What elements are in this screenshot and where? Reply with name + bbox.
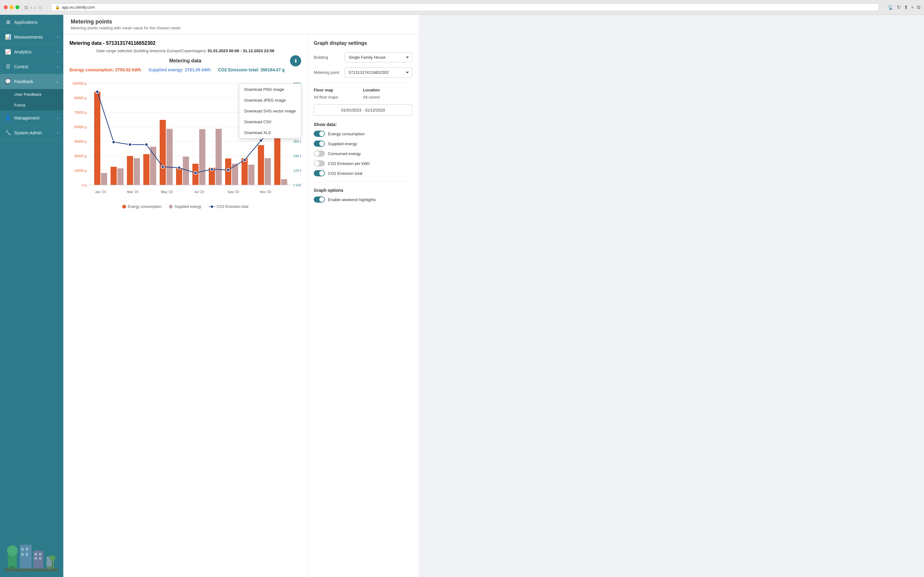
- address-bar[interactable]: 🔒 app.eu.climify.com: [51, 3, 879, 11]
- legend-co2-line: [209, 206, 215, 207]
- reload-btn[interactable]: ↻: [897, 4, 901, 10]
- sidebar-item-applications[interactable]: ⊞ Applications: [0, 15, 63, 30]
- management-icon: 👤: [5, 115, 11, 121]
- windows-btn[interactable]: ⧉: [917, 4, 920, 10]
- svg-text:0 kWh: 0 kWh: [293, 183, 301, 187]
- chart-legend: Energy consumption Supplied energy CO2 E…: [69, 205, 301, 209]
- toggle-knob: [319, 171, 324, 176]
- sidebar-item-system-admin[interactable]: 🔧 System Admin ›: [0, 126, 63, 140]
- system-admin-chevron: ›: [57, 131, 58, 135]
- svg-point-73: [210, 168, 213, 171]
- download-svg[interactable]: Download SVG vector image: [239, 106, 301, 116]
- toggle-consumed-energy-label: Consumed energy: [328, 152, 361, 156]
- svg-rect-61: [216, 129, 222, 185]
- maximize-traffic-light[interactable]: [15, 5, 19, 9]
- svg-text:240 kWh: 240 kWh: [293, 154, 301, 158]
- toggle-co2-total-switch[interactable]: [314, 170, 325, 176]
- sidebar-item-user-feedback[interactable]: User Feedback: [0, 89, 63, 100]
- chart-panel: Metering data - 571313174116652302 Date …: [63, 34, 307, 577]
- download-jpeg[interactable]: Download JPEG image: [239, 95, 301, 106]
- svg-rect-8: [35, 553, 37, 555]
- svg-rect-65: [281, 179, 287, 185]
- svg-rect-4: [26, 548, 28, 551]
- management-chevron: ›: [57, 116, 58, 120]
- city-illustration: [5, 541, 58, 572]
- toggle-co2-per-kwh-switch[interactable]: [314, 160, 325, 166]
- toggle-co2-per-kwh-label: CO2 Emission per kWh: [328, 161, 370, 166]
- svg-rect-58: [166, 129, 173, 185]
- svg-rect-9: [39, 553, 42, 555]
- svg-text:0 g: 0 g: [82, 183, 87, 187]
- new-tab-btn[interactable]: +: [911, 4, 914, 10]
- sidebar-item-forms[interactable]: Forms: [0, 100, 63, 111]
- sidebar-label-analytics: Analytics: [14, 50, 54, 54]
- svg-rect-45: [143, 154, 150, 185]
- back-btn[interactable]: ‹: [31, 5, 32, 10]
- svg-rect-51: [241, 158, 248, 185]
- sidebar-item-analytics[interactable]: 📈 Analytics ›: [0, 45, 63, 59]
- svg-point-75: [243, 158, 246, 161]
- sidebar-item-feedback[interactable]: 💬 Feedback ⌄: [0, 74, 63, 89]
- sidebar-label-forms: Forms: [14, 103, 26, 108]
- download-png[interactable]: Download PNG image: [239, 84, 301, 95]
- svg-text:30000 g: 30000 g: [74, 154, 87, 158]
- floor-location-header: Floor map Location: [314, 88, 412, 92]
- svg-rect-42: [94, 92, 100, 185]
- chart-title-row: Metering data ⬇: [69, 58, 301, 64]
- settings-title: Graph display settings: [314, 40, 412, 46]
- toggle-consumed-energy-switch[interactable]: [314, 150, 325, 156]
- forward-btn[interactable]: ›: [35, 5, 36, 10]
- toggle-energy-consumption-label: Energy consumption: [328, 132, 365, 136]
- date-range-label: Date range selected (building timezone E…: [97, 48, 207, 53]
- metering-point-select[interactable]: 571313174116652302: [344, 67, 412, 77]
- date-range-button[interactable]: 01/01/2023 - 31/12/2023: [314, 105, 412, 116]
- legend-supplied-energy: Supplied energy: [169, 205, 201, 209]
- url-text: app.eu.climify.com: [62, 5, 95, 10]
- sidebar-illustration: [0, 536, 63, 577]
- page-subtitle: Metering points reading with mean value …: [71, 26, 411, 30]
- download-csv[interactable]: Download CSV: [239, 116, 301, 127]
- toggle-supplied-energy-label: Supplied energy: [328, 142, 357, 146]
- svg-text:90000 g: 90000 g: [74, 96, 87, 100]
- svg-rect-47: [176, 168, 182, 185]
- svg-rect-60: [199, 129, 205, 185]
- toggle-weekend-switch[interactable]: [314, 197, 325, 203]
- building-row: Building Single Family House: [314, 52, 412, 63]
- svg-point-70: [161, 165, 164, 168]
- svg-point-71: [177, 166, 181, 169]
- bookmark-btn[interactable]: ☆: [38, 5, 42, 10]
- building-select[interactable]: Single Family House: [344, 52, 412, 63]
- sidebar-label-management: Management: [14, 116, 54, 121]
- sidebar-item-management[interactable]: 👤 Management ›: [0, 111, 63, 126]
- download-menu: Download PNG image Download JPEG image D…: [239, 84, 301, 139]
- toggle-supplied-energy-switch[interactable]: [314, 140, 325, 147]
- toggle-co2-per-kwh: CO2 Emission per kWh: [314, 160, 412, 166]
- svg-rect-11: [39, 557, 42, 560]
- download-xls[interactable]: Download XLS: [239, 127, 301, 138]
- svg-text:Jan '23: Jan '23: [95, 190, 106, 194]
- browser-actions: 📡 ↻ ⬆ + ⧉: [887, 4, 920, 10]
- sidebar-item-measurements[interactable]: 📊 Measurements ›: [0, 30, 63, 45]
- co2-stat: CO2 Emission total: 356184.07 g: [218, 67, 285, 72]
- minimize-traffic-light[interactable]: [10, 5, 14, 9]
- measurements-chevron: ›: [57, 35, 58, 39]
- svg-point-74: [227, 168, 230, 171]
- share-btn[interactable]: ⬆: [904, 4, 908, 10]
- sidebar-toggle-btn[interactable]: ⊡: [24, 5, 28, 10]
- date-range-value: 01.01.2023 00:00 - 31.12.2023 23:59: [208, 48, 274, 53]
- svg-text:Jul '23: Jul '23: [194, 190, 204, 194]
- toggle-energy-consumption-switch[interactable]: [314, 131, 325, 137]
- cast-btn[interactable]: 📡: [887, 4, 894, 10]
- graph-options-title: Graph options: [314, 188, 412, 193]
- svg-rect-3: [21, 548, 24, 551]
- feedback-icon: 💬: [5, 79, 11, 84]
- close-traffic-light[interactable]: [4, 5, 8, 9]
- svg-point-66: [96, 90, 99, 93]
- svg-point-17: [50, 555, 55, 561]
- svg-point-76: [259, 139, 262, 142]
- svg-point-72: [194, 171, 197, 174]
- download-button[interactable]: ⬇: [290, 55, 301, 66]
- sidebar-item-control[interactable]: ☰ Control ›: [0, 59, 63, 74]
- sidebar-label-system-admin: System Admin: [14, 131, 54, 135]
- svg-text:15000 g: 15000 g: [74, 169, 87, 172]
